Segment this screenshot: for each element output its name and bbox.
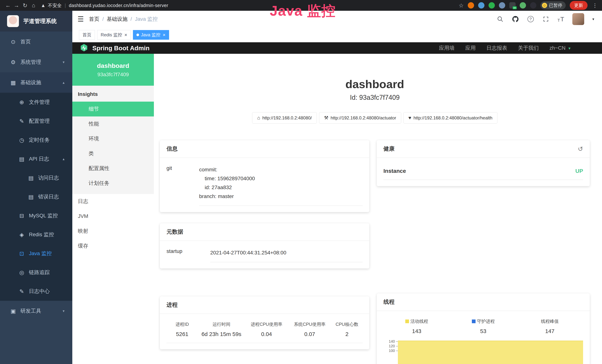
sidebar-item-infrastructure[interactable]: ▦ 基础设施 ▴ [0,72,72,93]
address-bar[interactable]: ▲ 不安全 | dashboard.yudao.iocoder.cn/infra… [41,2,168,9]
font-size-icon[interactable]: TT [558,16,564,23]
instance-link-actuator[interactable]: ⚒ http://192.168.0.2:48080/actuator [319,112,401,124]
extension-icon[interactable] [530,2,536,9]
search-icon[interactable] [497,16,504,23]
sidebar-logo-row[interactable]: 芋道管理系统 [0,11,72,32]
sba-item-mappings[interactable]: 映射 [72,224,154,238]
health-instance-row[interactable]: Instance UP [383,165,583,180]
sidebar-item-access-logs[interactable]: ▤ 访问日志 [0,168,72,187]
metadata-card-title: 元数据 [160,223,369,241]
bookmark-star-icon[interactable]: ☆ [459,2,464,9]
link-label: http://192.168.0.2:48080/actuator/health [413,115,493,120]
paused-badge[interactable]: ☺ 已暂停 [540,1,566,10]
sba-nav-applications[interactable]: 应用 [465,44,476,52]
threads-legend: 活动线程 143 守护进程 [383,318,583,334]
hamburger-icon[interactable]: ☰ [77,15,84,23]
config-icon: ✎ [17,118,26,124]
sidebar-item-trace[interactable]: ◎ 链路追踪 [0,263,72,282]
chevron-down-icon[interactable]: ▾ [592,17,594,21]
sidebar-item-scheduled-tasks[interactable]: ◷ 定时任务 [0,130,72,150]
legend-daemon-threads: 守护进程 [472,318,495,324]
cards-left-column: 信息 git commit: time: 1596289704000 id: 2… [160,140,369,349]
breadcrumb-home[interactable]: 首页 [89,16,99,23]
sba-nav-journal[interactable]: 日志报表 [486,44,507,52]
close-icon[interactable]: × [124,32,127,38]
sidebar-item-error-logs[interactable]: ▤ 错误日志 [0,187,72,206]
sidebar-item-mysql-monitor[interactable]: ⊟ MySQL 监控 [0,206,72,225]
git-commit-line: commit: [199,165,363,174]
browser-menu-icon[interactable]: ⋮ [592,2,598,9]
url-text[interactable]: dashboard.yudao.iocoder.cn/infra/admin-s… [69,3,168,8]
sba-nav-language[interactable]: zh~CN ▾ [549,45,570,51]
sba-item-logs[interactable]: 日志 [72,194,154,209]
instance-link-health[interactable]: ♥ http://192.168.0.2:48080/actuator/heal… [403,112,497,124]
close-icon[interactable]: × [163,32,166,38]
sba-item-caches[interactable]: 缓存 [72,238,154,253]
sidebar-item-api-logs[interactable]: ▤ API 日志 ▴ [0,150,72,168]
process-col-value: 2 [331,331,363,337]
app-title: 芋道管理系统 [23,17,57,25]
sidebar-item-java-monitor[interactable]: ⊡ Java 监控 [0,244,72,263]
history-icon[interactable]: ↺ [578,145,583,153]
reload-icon[interactable]: ↻ [21,2,29,9]
java-monitor-icon: ⊡ [17,250,26,257]
sba-content: dashboard Id: 93a3fc7f7409 ⌂ http://192.… [154,54,602,364]
question-mark: ? [527,16,534,22]
process-table: 进程ID 5261 运行时间 6d 23h 15m 59s [166,321,363,343]
info-card: 信息 git commit: time: 1596289704000 id: 2… [160,140,369,212]
help-icon[interactable]: ? [527,16,534,23]
tag-java-monitor[interactable]: Java 监控 × [133,30,169,40]
extension-on-badge: on [513,6,517,9]
extension-icon[interactable] [489,2,495,9]
github-icon[interactable] [512,16,519,23]
main-column: ☰ 首页 / 基础设施 / Java 监控 ? [72,11,602,364]
forward-icon[interactable]: → [12,2,21,9]
log-center-icon: ✎ [17,288,26,295]
fullscreen-icon[interactable] [542,16,549,23]
tag-home[interactable]: 首页 [79,30,95,40]
metadata-card-body: startup 2021-04-27T00:44:31.254+08:00 [160,241,369,268]
annotation-java-monitor: Java 监控 [270,1,336,21]
sidebar-item-system-management[interactable]: ⚙ 系统管理 ▾ [0,52,72,72]
sba-item-performance[interactable]: 性能 [72,117,154,131]
app-logo [7,15,19,27]
update-button[interactable]: 更新 [570,1,588,10]
extension-icon[interactable]: on [509,2,516,9]
sidebar-item-log-center[interactable]: ✎ 日志中心 [0,282,72,301]
sba-instance-block[interactable]: dashboard 93a3fc7f7409 [72,54,154,86]
sidebar-item-redis-monitor[interactable]: ◈ Redis 监控 [0,225,72,244]
devtools-icon: ▣ [9,308,18,314]
sidebar-item-label: 研发工具 [20,307,41,314]
sba-item-classes[interactable]: 类 [72,146,154,161]
sidebar-item-file-management[interactable]: ⊕ 文件管理 [0,93,72,112]
sidebar-item-dev-tools[interactable]: ▣ 研发工具 ▾ [0,301,72,321]
sidebar-item-label: 文件管理 [29,99,50,106]
sba-brand-title[interactable]: Spring Boot Admin [92,44,150,52]
extension-icon[interactable] [520,2,526,9]
tag-redis-monitor[interactable]: Redis 监控 × [97,30,131,40]
avatar[interactable] [572,13,584,25]
sba-item-environment[interactable]: 环境 [72,131,154,146]
sba-item-scheduled-tasks[interactable]: 计划任务 [72,176,154,191]
metadata-key: startup [166,248,210,262]
extension-icon[interactable] [478,2,484,9]
breadcrumb-current: Java 监控 [135,16,158,23]
back-icon[interactable]: ← [4,2,12,9]
sidebar-item-config-management[interactable]: ✎ 配置管理 [0,112,72,130]
instance-title: dashboard [160,77,590,91]
sba-item-details[interactable]: 细节 [72,102,154,117]
instance-link-home[interactable]: ⌂ http://192.168.0.2:48080/ [252,112,317,124]
sba-item-jvm[interactable]: JVM [72,209,154,224]
health-card: 健康 ↺ Instance UP [377,140,590,186]
extension-icon[interactable] [468,2,474,9]
sidebar-item-home[interactable]: ⊙ 首页 [0,32,72,52]
extension-icon[interactable] [499,2,505,9]
chart-y-axis: 140 120 100 [383,339,398,364]
git-id-line: id: 27aa832 [199,183,363,192]
breadcrumb-infrastructure[interactable]: 基础设施 [107,16,128,23]
sba-nav-wallboard[interactable]: 应用墙 [439,44,455,52]
sba-item-config-properties[interactable]: 配置属性 [72,161,154,176]
info-value: commit: time: 1596289704000 id: 27aa832 … [199,165,363,206]
sba-nav-about[interactable]: 关于我们 [518,44,539,52]
home-icon[interactable]: ⌂ [29,2,38,9]
